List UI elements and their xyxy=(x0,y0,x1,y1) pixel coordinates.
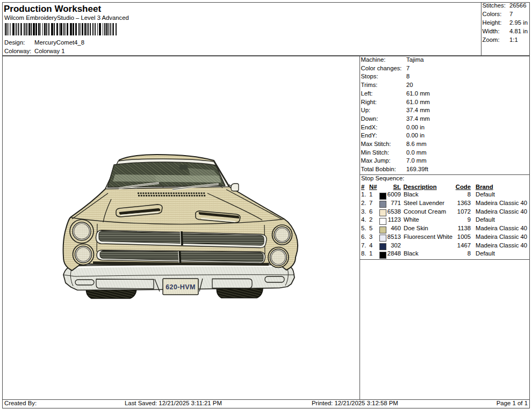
thread-color-swatch xyxy=(379,201,386,208)
thread-color-swatch xyxy=(379,193,386,200)
stop-num: 1. xyxy=(361,191,366,198)
machine-info-label: EndY: xyxy=(361,132,377,138)
machine-info-value: 61.0 mm xyxy=(406,99,430,105)
col-header-needle: N# xyxy=(369,184,377,190)
license-plate-text: 620-HVM xyxy=(166,283,196,291)
stop-code: 1467 xyxy=(457,242,471,249)
footer-printed: Printed: 12/21/2025 3:12:58 PM xyxy=(312,400,398,406)
stats-label: Height: xyxy=(483,19,502,26)
machine-info-value: 0.00 in xyxy=(406,132,425,138)
stop-description: Black xyxy=(404,191,419,198)
machine-info-label: Up: xyxy=(361,107,371,113)
stop-num: 5. xyxy=(361,225,366,231)
thread-color-swatch xyxy=(379,227,386,233)
stop-st: 6538 xyxy=(387,208,401,215)
stats-value: 2.95 in xyxy=(509,19,528,26)
border-bottom xyxy=(2,408,530,408)
stop-st: 8513 xyxy=(387,233,401,240)
stop-st: 2848 xyxy=(387,250,401,257)
design-label: Design: xyxy=(4,39,25,46)
stop-needle: 3 xyxy=(369,233,372,240)
thread-color-swatch xyxy=(379,235,386,242)
stop-needle: 1 xyxy=(369,191,372,198)
stop-num: 6. xyxy=(361,233,366,240)
thread-color-swatch xyxy=(379,218,386,225)
stop-brand: Madeira Classic 40 xyxy=(476,225,527,231)
machine-info-label: Max Jump: xyxy=(361,157,391,164)
stats-label: Colors: xyxy=(483,11,502,17)
machine-info-value: 0.00 in xyxy=(406,124,425,130)
stop-brand: Default xyxy=(476,250,495,257)
stop-st: 302 xyxy=(391,242,401,249)
machine-info-value: 37.4 mm xyxy=(406,107,430,113)
stop-description: Steel Lavender xyxy=(404,200,444,206)
machine-info-label: Color changes: xyxy=(361,65,402,71)
stop-needle: 6 xyxy=(369,208,372,215)
production-worksheet-page: Production Worksheet Wilcom EmbroiderySt… xyxy=(0,0,532,409)
table-bottom-border xyxy=(360,259,530,260)
col-header-code: Code xyxy=(456,184,471,190)
stop-num: 8. xyxy=(361,250,366,257)
stop-code: 1363 xyxy=(457,200,471,206)
machine-info-value: 61.0 mm xyxy=(406,90,430,97)
border-right xyxy=(529,2,530,408)
stop-needle: 2 xyxy=(369,216,372,223)
col-header-num: # xyxy=(361,184,364,190)
stop-brand: Madeira Classic 40 xyxy=(476,200,527,206)
stop-num: 7. xyxy=(361,242,366,249)
design-value: MercuryComet4_8 xyxy=(34,39,84,46)
stop-code: 8 xyxy=(468,250,471,257)
stop-code: 1138 xyxy=(458,225,471,231)
border-top xyxy=(2,2,530,3)
thread-color-swatch xyxy=(379,252,386,259)
col-header-description: Description xyxy=(404,184,437,190)
stop-code: 8 xyxy=(468,191,471,198)
page-title: Production Worksheet xyxy=(4,4,101,14)
stats-label: Stitches: xyxy=(483,2,506,9)
thread-color-swatch xyxy=(379,243,386,250)
colorway-value: Colorway 1 xyxy=(34,48,65,54)
design-preview-car: 620-HVM xyxy=(58,152,301,303)
machine-info-value: 8.6 mm xyxy=(406,141,427,147)
stop-description: Black xyxy=(404,250,419,257)
stop-brand: Default xyxy=(476,216,495,223)
footer-last-saved: Last Saved: 12/21/2025 3:11:21 PM xyxy=(125,400,222,406)
machine-info-label: Total Bobbin: xyxy=(361,166,396,172)
stats-value: 7 xyxy=(509,11,513,17)
footer-top-border xyxy=(2,399,530,400)
machine-info-value: 0.0 mm xyxy=(406,149,427,156)
stop-needle: 1 xyxy=(369,250,372,257)
stop-brand: Madeira Classic 40 xyxy=(476,233,527,240)
machine-info-label: Min Stitch: xyxy=(361,149,390,156)
side-mirror xyxy=(231,184,239,191)
stop-needle: 7 xyxy=(369,200,372,206)
border-left xyxy=(2,2,3,408)
stop-st: 460 xyxy=(391,225,401,231)
stop-brand: Madeira Classic 40 xyxy=(476,242,527,249)
machine-info-value: 8 xyxy=(406,73,409,79)
machine-info-value: 7 xyxy=(406,65,409,71)
col-header-brand: Brand xyxy=(476,184,493,190)
stop-sequence-title: Stop Sequence: xyxy=(361,175,404,181)
stats-value: 1:1 xyxy=(509,36,518,43)
machine-info-value: 169.39ft xyxy=(406,166,428,172)
machine-info-label: EndX: xyxy=(361,124,378,130)
stop-st: 6009 xyxy=(387,191,401,198)
stop-description: Fluorescent White xyxy=(404,233,452,240)
app-subtitle: Wilcom EmbroideryStudio – Level 3 Advanc… xyxy=(4,14,129,21)
stop-brand: Madeira Classic 40 xyxy=(476,208,527,215)
stats-value: 4.81 in xyxy=(509,28,528,34)
colorway-label: Colorway: xyxy=(4,48,31,54)
stats-label: Width: xyxy=(483,28,500,34)
stop-st: 771 xyxy=(391,200,401,206)
stop-num: 4. xyxy=(361,216,366,223)
stats-left-border xyxy=(481,2,481,55)
stop-code: 1072 xyxy=(457,208,471,215)
stop-num: 2. xyxy=(361,200,366,206)
thread-color-swatch xyxy=(379,209,386,216)
stats-label: Zoom: xyxy=(483,36,500,43)
machine-info-label: Machine: xyxy=(361,56,386,63)
footer-created-by: Created By: xyxy=(4,400,37,406)
stop-needle: 5 xyxy=(369,225,372,231)
machine-info-value: 20 xyxy=(406,82,413,88)
